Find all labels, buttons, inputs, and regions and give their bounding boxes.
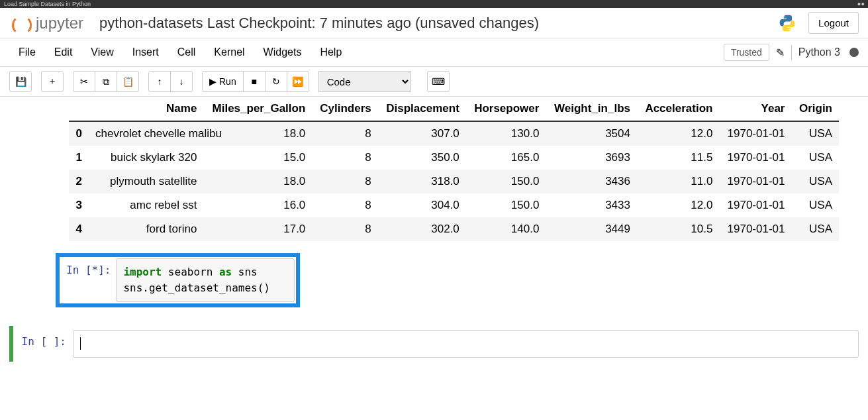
cell-weight: 3504 — [546, 121, 637, 146]
table-row: 0chevrolet chevelle malibu18.08307.0130.… — [69, 121, 839, 146]
restart-button[interactable]: ↻ — [265, 71, 287, 92]
text-cursor — [80, 337, 87, 350]
cell-origin: USA — [791, 193, 839, 217]
trusted-indicator[interactable]: Trusted — [724, 44, 769, 61]
cell-displacement: 304.0 — [378, 193, 466, 217]
cut-button[interactable]: ✂ — [73, 71, 95, 92]
jupyter-logo-text: jupyter — [36, 14, 83, 32]
cell-year: 1970-01-01 — [719, 217, 791, 241]
restart-icon: ↻ — [272, 76, 280, 87]
col-acceleration: Acceleration — [637, 97, 719, 121]
col-displacement: Displacement — [378, 97, 466, 121]
kernel-status-icon — [849, 48, 859, 57]
cell-name: plymouth satellite — [89, 170, 203, 193]
save-icon: 💾 — [15, 76, 26, 87]
menu-edit[interactable]: Edit — [45, 42, 82, 62]
cell-year: 1970-01-01 — [719, 146, 791, 170]
menu-kernel[interactable]: Kernel — [205, 42, 254, 62]
move-down-button[interactable]: ↓ — [170, 71, 193, 92]
cell-acceleration: 12.0 — [637, 193, 719, 217]
row-index: 1 — [69, 146, 89, 170]
fast-forward-icon: ⏩ — [292, 76, 303, 87]
dataframe-output: Name Miles_per_Gallon Cylinders Displace… — [69, 97, 839, 241]
play-icon: ▶ — [209, 76, 217, 87]
logout-button[interactable]: Logout — [808, 12, 859, 34]
insert-cell-button[interactable]: ＋ — [41, 71, 64, 92]
cell-type-select[interactable]: Code — [318, 71, 411, 92]
table-row: 1buick skylark 32015.08350.0165.0369311.… — [69, 146, 839, 170]
cell-cylinders: 8 — [312, 217, 377, 241]
notebook-header: jupyter python-datasets Last Checkpoint:… — [0, 8, 868, 38]
cell-displacement: 318.0 — [378, 170, 466, 193]
cell-horsepower: 130.0 — [466, 121, 546, 146]
arrow-up-icon: ↑ — [158, 76, 162, 87]
copy-button[interactable]: ⧉ — [95, 71, 117, 92]
window-controls: ● ● — [857, 1, 864, 7]
cell-year: 1970-01-01 — [719, 170, 791, 193]
menu-cell[interactable]: Cell — [168, 42, 205, 62]
cell-displacement: 307.0 — [378, 121, 466, 146]
code-cell-empty[interactable]: In [ ]: — [9, 326, 859, 362]
table-row: 3amc rebel sst16.08304.0150.0343312.0197… — [69, 193, 839, 217]
cell-origin: USA — [791, 170, 839, 193]
interrupt-button[interactable]: ■ — [243, 71, 265, 92]
cell-cylinders: 8 — [312, 121, 377, 146]
highlighted-cell-box: In [*]: import seaborn as snssns.get_dat… — [56, 253, 300, 307]
cell-mpg: 18.0 — [203, 170, 312, 193]
cell-weight: 3693 — [546, 146, 637, 170]
cell-mpg: 17.0 — [203, 217, 312, 241]
run-button[interactable]: ▶Run — [202, 71, 244, 92]
cell-cylinders: 8 — [312, 170, 377, 193]
cell-acceleration: 11.5 — [637, 146, 719, 170]
col-mpg: Miles_per_Gallon — [203, 97, 312, 121]
cell-mpg: 16.0 — [203, 193, 312, 217]
menu-insert[interactable]: Insert — [123, 42, 168, 62]
cell-name: buick skylark 320 — [89, 146, 203, 170]
tab-title: Load Sample Datasets in Python — [4, 1, 91, 7]
menu-widgets[interactable]: Widgets — [254, 42, 311, 62]
python-logo-icon — [778, 14, 796, 32]
notebook-title[interactable]: python-datasets Last Checkpoint: 7 minut… — [99, 15, 539, 32]
move-up-button[interactable]: ↑ — [148, 71, 171, 92]
paste-button[interactable]: 📋 — [117, 71, 139, 92]
table-row: 2plymouth satellite18.08318.0150.0343611… — [69, 170, 839, 193]
code-input[interactable] — [73, 330, 859, 358]
cell-horsepower: 165.0 — [466, 146, 546, 170]
cell-year: 1970-01-01 — [719, 121, 791, 146]
cell-name: ford torino — [89, 217, 203, 241]
cell-origin: USA — [791, 146, 839, 170]
cell-displacement: 302.0 — [378, 217, 466, 241]
row-index: 2 — [69, 170, 89, 193]
scissors-icon: ✂ — [80, 76, 88, 87]
cell-displacement: 350.0 — [378, 146, 466, 170]
cell-acceleration: 10.5 — [637, 217, 719, 241]
cell-cylinders: 8 — [312, 146, 377, 170]
cell-weight: 3449 — [546, 217, 637, 241]
table-row: 4ford torino17.08302.0140.0344910.51970-… — [69, 217, 839, 241]
save-button[interactable]: 💾 — [9, 71, 32, 92]
restart-run-all-button[interactable]: ⏩ — [287, 71, 309, 92]
edit-icon[interactable]: ✎ — [776, 46, 785, 59]
code-cell-running[interactable]: In [*]: import seaborn as snssns.get_dat… — [61, 258, 295, 302]
cell-horsepower: 150.0 — [466, 170, 546, 193]
divider — [791, 45, 792, 60]
run-label: Run — [219, 76, 236, 87]
row-index: 3 — [69, 193, 89, 217]
browser-tab: Load Sample Datasets in Python ● ● — [0, 0, 868, 8]
code-input[interactable]: import seaborn as snssns.get_dataset_nam… — [116, 258, 295, 302]
menu-help[interactable]: Help — [311, 42, 351, 62]
command-palette-button[interactable]: ⌨ — [427, 71, 450, 92]
copy-icon: ⧉ — [103, 76, 109, 87]
kernel-name[interactable]: Python 3 — [798, 46, 840, 58]
col-name: Name — [89, 97, 203, 121]
cell-weight: 3436 — [546, 170, 637, 193]
menu-file[interactable]: File — [9, 42, 45, 62]
col-weight: Weight_in_lbs — [546, 97, 637, 121]
cell-origin: USA — [791, 121, 839, 146]
cell-horsepower: 140.0 — [466, 217, 546, 241]
menu-view[interactable]: View — [81, 42, 122, 62]
jupyter-logo[interactable]: jupyter — [9, 13, 83, 34]
cell-origin: USA — [791, 217, 839, 241]
cell-horsepower: 150.0 — [466, 193, 546, 217]
col-origin: Origin — [791, 97, 839, 121]
